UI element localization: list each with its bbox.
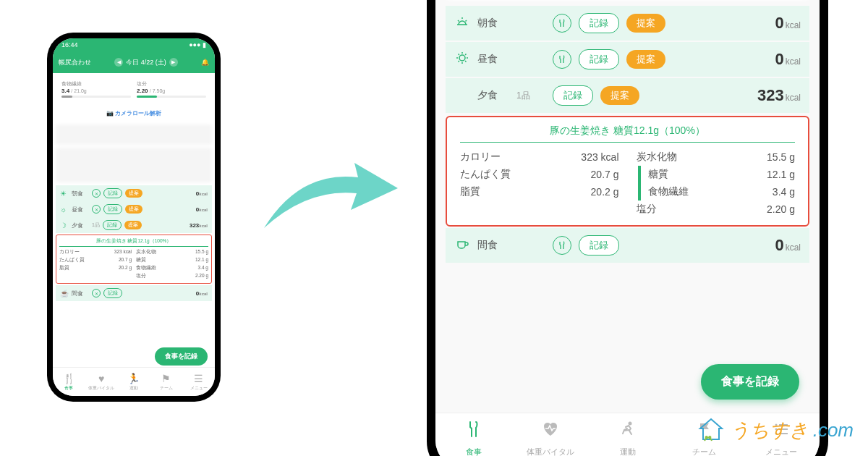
tab-bar: 🍴食事 ♥体重バイタル 🏃運動 ⚑チーム ☰メニュー: [53, 367, 215, 396]
watermark: うちすき.com: [696, 415, 854, 445]
blurred-content: [56, 124, 212, 145]
record-button[interactable]: 記録: [579, 13, 619, 33]
suggest-button[interactable]: 提案: [626, 50, 665, 69]
sunrise-icon: ☀: [60, 190, 69, 198]
tab-exercise[interactable]: 運動: [589, 413, 665, 456]
kcal-value: 0kcal: [775, 236, 801, 255]
fat-label: 脂質: [460, 185, 480, 198]
kcal-value: 0kcal: [775, 14, 801, 33]
salt-value: 2.20: [137, 88, 148, 94]
record-button[interactable]: 記録: [579, 235, 619, 256]
meal-row-snack: 間食 記録 0kcal: [446, 228, 809, 263]
camera-icon: 📷: [106, 110, 114, 117]
record-meal-button[interactable]: 食事を記録: [701, 364, 799, 400]
record-button[interactable]: 記録: [103, 288, 122, 298]
fiber-label: 食物繊維: [61, 80, 131, 88]
protein-value: 20.7 g: [591, 169, 619, 180]
heart-icon: ♥: [98, 373, 104, 384]
nutrition-detail-panel: 豚の生姜焼き 糖質12.1g（100%） カロリー323 kcal たんぱく質2…: [446, 116, 809, 227]
record-button[interactable]: 記録: [103, 204, 122, 214]
meal-name: 昼食: [477, 53, 509, 66]
fiber-value: 3.4 g: [773, 186, 795, 198]
house-icon: [696, 415, 726, 445]
kcal-value: 0kcal: [775, 50, 801, 69]
suggest-button[interactable]: 提案: [600, 86, 639, 105]
next-day-icon[interactable]: ▶: [169, 58, 178, 67]
small-screen: 16:44 ●●● ▮ 帳尻合わせ ◀ 今日 4/22 (土) ▶ 🔔 食物繊維…: [53, 38, 215, 396]
meal-row-dinner: 夕食 1品 記録 提案 323kcal: [446, 78, 809, 113]
kcal-value: 323kcal: [757, 86, 801, 105]
salt-label: 塩分: [137, 80, 206, 88]
suggest-button[interactable]: 提案: [125, 189, 142, 198]
meal-name: 夕食: [477, 89, 509, 102]
utensils-icon[interactable]: [553, 14, 571, 33]
fiber-value: 3.4: [61, 88, 69, 94]
camera-roll-button[interactable]: 📷 カメラロール解析: [56, 105, 212, 122]
bell-icon[interactable]: 🔔: [201, 59, 209, 66]
sunrise-icon: [454, 14, 470, 33]
tab-team[interactable]: ⚑チーム: [150, 368, 182, 396]
fat-value: 20.2 g: [591, 186, 619, 198]
current-date: 今日 4/22 (土): [126, 58, 166, 67]
arrow-icon: [257, 141, 401, 242]
watermark-text: うちすき: [731, 418, 809, 443]
suggest-button[interactable]: 提案: [125, 205, 142, 214]
salt-label: 塩分: [637, 203, 657, 216]
nutrition-detail-panel: 豚の生姜焼き 糖質12.1g（100%） カロリー323 kcal たんぱく質2…: [56, 235, 212, 284]
record-meal-button[interactable]: 食事を記録: [155, 347, 208, 366]
carb-label: 炭水化物: [637, 151, 677, 164]
app-header: 帳尻合わせ ◀ 今日 4/22 (土) ▶ 🔔: [53, 51, 215, 73]
carb-value: 15.5 g: [767, 151, 795, 163]
meal-name: 朝食: [477, 17, 509, 30]
utensils-icon[interactable]: ✕: [92, 189, 101, 198]
meal-row-snack: ☕ 間食 ✕ 記録 0kcal: [56, 285, 212, 301]
tab-menu[interactable]: ☰メニュー: [182, 368, 215, 396]
tab-vital[interactable]: 体重バイタル: [512, 413, 589, 456]
status-time: 16:44: [61, 41, 78, 48]
meal-row-dinner: ☽ 夕食 1品 記録 提案 323kcal: [56, 217, 212, 233]
record-button[interactable]: 記録: [579, 49, 619, 69]
record-button[interactable]: 記録: [103, 188, 122, 198]
svg-point-1: [628, 421, 631, 425]
meal-row-breakfast: 朝食 記録 提案 0kcal: [446, 6, 809, 41]
cup-icon: [454, 237, 470, 255]
prev-day-icon[interactable]: ◀: [114, 58, 123, 67]
run-icon: [618, 420, 637, 444]
suggest-button[interactable]: 提案: [626, 14, 665, 33]
meal-row-breakfast: ☀ 朝食 ✕ 記録 提案 0kcal: [56, 185, 212, 201]
fiber-label: 食物繊維: [648, 185, 689, 198]
record-button[interactable]: 記録: [103, 220, 122, 230]
calorie-label: カロリー: [460, 151, 501, 164]
utensils-icon: [464, 420, 483, 444]
watermark-domain: .com: [813, 419, 854, 442]
blurred-content: [56, 148, 212, 182]
sun-icon: ☼: [60, 206, 69, 214]
utensils-icon[interactable]: ✕: [92, 289, 101, 297]
tab-meal[interactable]: 🍴食事: [53, 368, 85, 396]
date-navigator[interactable]: ◀ 今日 4/22 (土) ▶: [114, 58, 178, 67]
detail-title: 豚の生姜焼き 糖質12.1g（100%）: [460, 124, 795, 143]
utensils-icon: 🍴: [63, 373, 75, 384]
tab-vital[interactable]: ♥体重バイタル: [85, 368, 118, 396]
tab-meal[interactable]: 食事: [435, 413, 512, 456]
utensils-icon[interactable]: ✕: [92, 205, 101, 214]
cup-icon: ☕: [60, 290, 69, 297]
nutrition-summary: 食物繊維 3.4 / 21.0g 塩分 2.20 / 7.50g: [56, 76, 212, 102]
fiber-target: / 21.0g: [71, 88, 86, 93]
tab-exercise[interactable]: 🏃運動: [118, 368, 150, 396]
suggest-button[interactable]: 提案: [124, 221, 142, 229]
detail-title: 豚の生姜焼き 糖質12.1g（100%）: [59, 238, 208, 247]
moon-icon: ☽: [60, 221, 69, 229]
heart-icon: [541, 420, 560, 444]
meal-name: 間食: [477, 239, 509, 252]
salt-target: / 7.50g: [150, 88, 165, 93]
record-button[interactable]: 記録: [553, 85, 593, 106]
protein-label: たんぱく質: [460, 168, 511, 181]
utensils-icon[interactable]: [553, 236, 571, 255]
sun-icon: [454, 51, 470, 69]
svg-point-0: [459, 55, 465, 61]
utensils-icon[interactable]: [553, 50, 571, 69]
status-icons: ●●● ▮: [189, 41, 206, 48]
sugar-value: 12.1 g: [767, 169, 795, 180]
moon-icon: [454, 87, 470, 105]
